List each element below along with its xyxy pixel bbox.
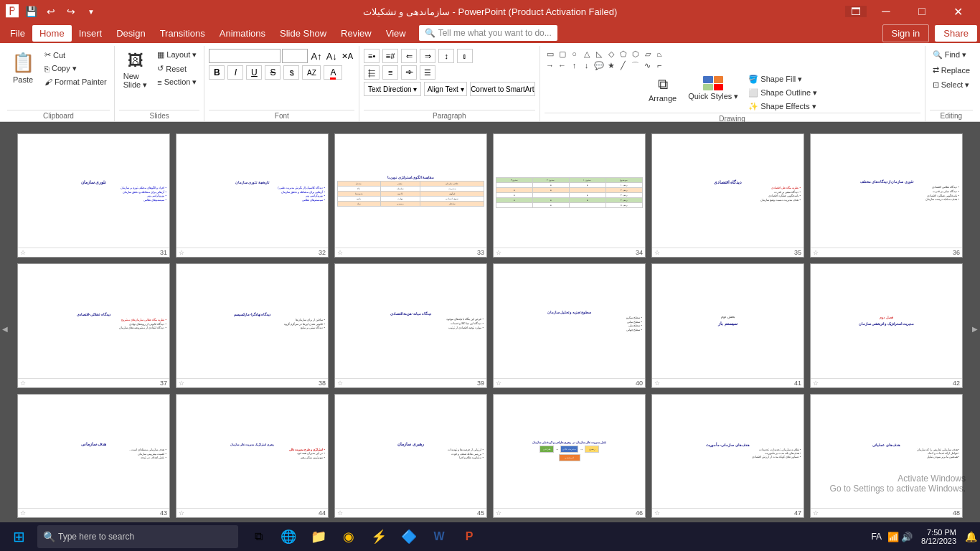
taskbar-clock[interactable]: 7:50 PM 8/12/2023 [915, 528, 962, 545]
slide-star-45[interactable]: ☆ [337, 509, 343, 517]
maximize-button[interactable]: □ [905, 0, 938, 23]
hex-shape[interactable]: ⬡ [630, 49, 641, 59]
slide-star-40[interactable]: ☆ [496, 380, 501, 387]
numbering-button[interactable]: ≡# [382, 49, 398, 63]
arrow-down-shape[interactable]: ↓ [581, 60, 593, 70]
slide-thumb-47[interactable]: هدف‌های سازمانی-مأموریت • نظام به سازمان… [651, 394, 804, 518]
paste-button[interactable]: 📋 Paste [7, 49, 39, 87]
menu-view[interactable]: View [379, 25, 413, 42]
slide-star-46[interactable]: ☆ [496, 509, 501, 517]
bold-button[interactable]: B [209, 65, 225, 80]
slide-thumb-45[interactable]: رهبری سازمان • ارزیابی از فرصت‌ها و تهدی… [334, 394, 487, 518]
slide-thumb-40[interactable]: سطوح تجزیه و تحلیل سازمان • سطح میکرو • … [493, 263, 646, 387]
columns-button[interactable]: ⫾ [457, 49, 473, 63]
slide-thumb-42[interactable]: فصل دوم مدیریت استراتژیک و اثربخشی سازما… [810, 263, 963, 387]
slide-thumb-35[interactable]: دیدگاه اقتصادی • نظریه بنگاه علی اقتصادی… [651, 133, 804, 258]
strikethrough-button[interactable]: S [265, 65, 281, 80]
slide-star-32[interactable]: ☆ [179, 249, 184, 256]
rt-triangle-shape[interactable]: ◺ [593, 49, 605, 59]
slide-star-36[interactable]: ☆ [813, 249, 819, 256]
customize-button[interactable]: ▼ [83, 4, 99, 19]
align-text-button[interactable]: Align Text ▾ [424, 82, 467, 96]
quick-styles-button[interactable]: Quick Styles ▾ [684, 73, 743, 104]
slide-star-37[interactable]: ☆ [20, 380, 26, 387]
curve-shape[interactable]: ⌒ [630, 60, 641, 70]
triangle-shape[interactable]: △ [581, 49, 593, 59]
slide-thumb-43[interactable]: هدف سازمانی • هدف سازمانی مسئله‌ای است..… [17, 394, 170, 518]
volume-icon[interactable]: 🔊 [901, 532, 913, 542]
slide-thumb-41[interactable]: بخش دوم سیستم باز ☆ 41 [651, 263, 804, 387]
file-explorer-icon[interactable]: 📁 [304, 522, 333, 551]
slide-star-41[interactable]: ☆ [654, 380, 660, 387]
minimize-button[interactable]: ─ [870, 0, 903, 23]
slide-star-33[interactable]: ☆ [337, 249, 343, 256]
menu-review[interactable]: Review [334, 25, 379, 42]
start-button[interactable]: ⊞ [3, 522, 34, 551]
line-spacing-button[interactable]: ↕ [438, 49, 454, 63]
clear-formatting-icon[interactable]: ✕A [340, 51, 354, 62]
undo-button[interactable]: ↩ [43, 4, 59, 19]
app2-icon[interactable]: 🔷 [395, 522, 423, 551]
slide-star-31[interactable]: ☆ [20, 249, 26, 256]
oval-shape[interactable]: ○ [569, 49, 580, 59]
menu-slideshow[interactable]: Slide Show [273, 25, 334, 42]
redo-button[interactable]: ↪ [63, 4, 79, 19]
bullets-button[interactable]: ≡• [364, 49, 380, 63]
shape-effects-button[interactable]: ✨ Shape Effects ▾ [745, 100, 820, 113]
save-button[interactable]: 💾 [23, 4, 39, 19]
align-left[interactable]: ⬱ [364, 65, 380, 80]
scroll-left-arrow[interactable]: ◀ [0, 122, 10, 535]
format-painter-button[interactable]: 🖌 Format Painter [42, 76, 110, 88]
taskbar-search[interactable]: 🔍 Type here to search [37, 525, 238, 548]
star-shape[interactable]: ★ [606, 60, 617, 70]
app1-icon[interactable]: ⚡ [364, 522, 393, 551]
round-rect-shape[interactable]: ▢ [557, 49, 568, 59]
slide-star-42[interactable]: ☆ [813, 380, 819, 387]
edge-icon[interactable]: 🌐 [274, 522, 303, 551]
font-size-increase[interactable]: A↑ [309, 50, 323, 62]
slide-thumb-38[interactable]: دیدگاه نهادگرا-مارکسیسم • ساختن از برای … [176, 263, 329, 387]
notification-icon[interactable]: 🔔 [965, 531, 977, 542]
trapezoid-shape[interactable]: ⏢ [654, 49, 666, 59]
menu-home[interactable]: Home [32, 25, 72, 42]
restore-button[interactable]: 🗖 [845, 6, 867, 17]
diamond-shape[interactable]: ◇ [606, 49, 617, 59]
replace-button[interactable]: ⇄ Replace [930, 64, 973, 76]
arrow-right-shape[interactable]: → [545, 60, 556, 70]
rect-shape[interactable]: ▭ [545, 49, 556, 59]
az-button[interactable]: AZ [302, 65, 321, 80]
sign-in-button[interactable]: Sign in [882, 24, 930, 42]
shape-fill-button[interactable]: 🪣 Shape Fill ▾ [745, 73, 820, 85]
slide-star-44[interactable]: ☆ [179, 509, 184, 517]
close-button[interactable]: ✕ [941, 0, 974, 23]
share-button[interactable]: Share [935, 25, 977, 42]
indent-decrease[interactable]: ⇐ [401, 49, 417, 63]
indent-increase[interactable]: ⇒ [420, 49, 435, 63]
reset-button[interactable]: ↺ Reset [154, 62, 199, 75]
slide-thumb-46[interactable]: نقش مدیریت عالی سازمان در رهبری،طراحی و … [493, 394, 646, 518]
section-button[interactable]: ≡ Section ▾ [154, 76, 199, 88]
line-shape[interactable]: ╱ [618, 60, 629, 70]
underline-button[interactable]: U [246, 65, 262, 80]
find-button[interactable]: 🔍 Find ▾ [930, 49, 969, 61]
task-view-button[interactable]: ⧉ [244, 522, 273, 551]
align-right[interactable]: ⬲ [401, 65, 417, 80]
shape-outline-button[interactable]: ⬜ Shape Outline ▾ [745, 87, 820, 99]
slide-star-39[interactable]: ☆ [337, 380, 343, 387]
slide-thumb-32[interactable]: تاریخچة تئوری سازمان • دیدگاه کلاسیک (از… [176, 133, 329, 258]
text-direction-button[interactable]: Text Direction ▾ [364, 82, 421, 96]
scroll-right-arrow[interactable]: ▶ [970, 122, 980, 535]
new-slide-button[interactable]: 🖼 NewSlide ▾ [119, 49, 152, 93]
slide-thumb-37[interactable]: دیدگاه عقلائی-اقتصادی • نظریه بنگاه عقلا… [17, 263, 170, 387]
parallelogram-shape[interactable]: ▱ [642, 49, 654, 59]
ribbon-search-input[interactable]: Tell me what you want to do... [438, 28, 552, 38]
freeform-shape[interactable]: ∿ [642, 60, 654, 70]
language-button[interactable]: FA [868, 530, 885, 543]
slide-thumb-33[interactable]: مقایسة الگوی استراتژی نوین با علائم سازم… [334, 133, 487, 258]
connector-shape[interactable]: ⌐ [654, 60, 666, 70]
layout-button[interactable]: ▦ Layout ▾ [154, 49, 199, 61]
slide-star-35[interactable]: ☆ [654, 249, 660, 256]
select-button[interactable]: ⊡ Select ▾ [930, 79, 973, 91]
copy-button[interactable]: ⎘ Copy ▾ [42, 62, 110, 75]
menu-design[interactable]: Design [109, 25, 152, 42]
